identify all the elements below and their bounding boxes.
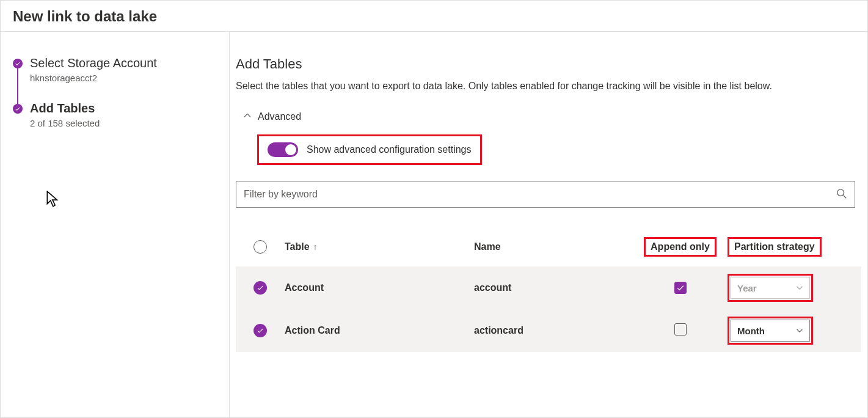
step-title: Select Storage Account [30,56,157,70]
highlight-box: Partition strategy [728,237,822,257]
svg-point-0 [837,189,844,196]
tables-grid: Table↑ Name Append only Partition strate… [236,232,861,352]
filter-input-container[interactable] [236,181,855,208]
check-circle-icon [13,59,23,68]
select-all-checkbox[interactable] [253,240,267,254]
table-row[interactable]: Action Card actioncard Month [236,309,861,352]
column-header-table[interactable]: Table↑ [285,241,474,252]
section-title: Add Tables [236,56,861,72]
step-subtitle: hknstorageacct2 [30,73,157,83]
main-panel: Add Tables Select the tables that you wa… [230,32,867,418]
append-only-checkbox[interactable] [674,323,687,336]
column-header-name[interactable]: Name [474,241,633,252]
cell-table: Action Card [285,325,474,336]
step-title: Add Tables [30,101,100,116]
column-header-append[interactable]: Append only [633,237,728,257]
step-subtitle: 2 of 158 selected [30,118,100,128]
highlight-box: Month [728,317,813,345]
chevron-up-icon [243,111,252,122]
cell-table: Account [285,282,474,293]
page-title: New link to data lake [13,8,855,25]
row-select-checkbox[interactable] [253,281,267,295]
svg-line-1 [843,196,846,199]
filter-input[interactable] [244,189,836,200]
partition-strategy-dropdown[interactable]: Year [731,277,810,299]
cell-name: account [474,282,633,293]
wizard-sidebar: Select Storage Account hknstorageacct2 A… [1,32,230,418]
section-description: Select the tables that you want to expor… [236,79,847,93]
sort-ascending-icon: ↑ [313,242,318,252]
table-header-row: Table↑ Name Append only Partition strate… [236,232,861,266]
chevron-down-icon [796,284,803,292]
column-header-partition[interactable]: Partition strategy [728,237,834,257]
step-connector [17,68,18,105]
toggle-label: Show advanced configuration settings [307,144,472,155]
row-select-checkbox[interactable] [253,324,267,337]
search-icon [836,188,847,201]
partition-strategy-dropdown[interactable]: Month [731,320,810,342]
cursor-icon [46,191,60,210]
step-add-tables[interactable]: Add Tables 2 of 158 selected [13,101,217,128]
cell-name: actioncard [474,325,633,336]
advanced-label: Advanced [258,111,301,122]
step-select-storage[interactable]: Select Storage Account hknstorageacct2 [13,56,217,83]
highlight-box: Append only [644,237,717,257]
chevron-down-icon [796,327,803,334]
highlight-box: Year [728,274,813,302]
highlight-box: Show advanced configuration settings [257,134,482,165]
check-circle-icon [13,104,23,114]
advanced-settings-toggle[interactable] [268,142,298,157]
table-row[interactable]: Account account Year [236,266,861,309]
advanced-expander[interactable]: Advanced [243,111,861,122]
append-only-checkbox[interactable] [674,282,687,294]
